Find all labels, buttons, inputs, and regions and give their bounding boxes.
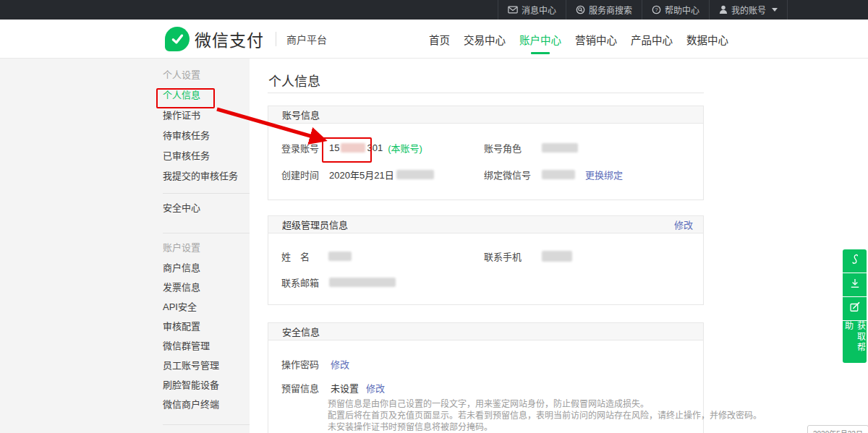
login-account-label: 登录账号	[281, 141, 319, 155]
sidebar-item-pending-review-tasks[interactable]: 待审核任务	[163, 126, 250, 146]
login-account-suffix: 301	[367, 142, 383, 153]
portal-name: 商户平台	[286, 32, 327, 46]
svg-text:?: ?	[655, 7, 658, 13]
account-info-section: 账号信息 登录账号 15 301 (本账号) 账号角色 创建时间 2020年5月…	[268, 106, 704, 200]
reserved-help-line: 配置后将在首页及充值页面显示。若未看到预留信息，表明当前访问的网站存在风险，请终…	[328, 410, 762, 421]
sidebar-item-my-submitted-tasks[interactable]: 我提交的审核任务	[163, 166, 250, 187]
operation-password-label: 操作密码	[281, 357, 319, 371]
hotline-icon	[848, 253, 861, 269]
topbar-help-center[interactable]: ? 帮助中心	[642, 0, 709, 20]
topbar-item-label: 帮助中心	[665, 4, 699, 16]
super-admin-section: 超级管理员信息 修改 姓 名 联系手机 联系邮箱	[268, 215, 704, 305]
floating-toolbar: 获取帮助	[843, 249, 867, 363]
sidebar-item-wechat-merchant-terminal[interactable]: 微信商户终端	[163, 395, 250, 414]
sidebar-divider	[163, 424, 250, 425]
account-role-row: 账号角色	[484, 141, 578, 155]
sidebar-item-operation-certificate[interactable]: 操作证书	[163, 106, 250, 126]
topbar-message-center[interactable]: 消息中心	[498, 0, 566, 20]
sidebar-divider	[163, 233, 250, 233]
download-button[interactable]	[843, 273, 867, 296]
admin-phone-row: 联系手机	[484, 249, 572, 263]
admin-phone-label: 联系手机	[484, 249, 522, 263]
account-info-section-header: 账号信息	[268, 106, 703, 124]
search-icon	[576, 5, 585, 14]
login-account-row: 登录账号	[281, 141, 319, 155]
created-time-label: 创建时间	[281, 168, 319, 181]
super-admin-section-header: 超级管理员信息 修改	[268, 216, 703, 233]
security-info-section: 安全信息 操作密码 修改 预留信息 未设置 修改 预留信息是由你自己设置的一段文…	[268, 322, 704, 433]
reserved-help-line: 预留信息是由你自己设置的一段文字，用来鉴定网站身份，防止假冒网站造成损失。	[328, 398, 649, 410]
topbar-item-label: 服务商搜索	[589, 4, 632, 16]
redacted-account-role	[542, 143, 578, 153]
reserved-edit-link[interactable]: 修改	[366, 381, 385, 395]
download-icon	[848, 277, 861, 293]
login-account-value: 15 301 (本账号)	[329, 141, 422, 155]
sidebar-item-reviewed-tasks[interactable]: 已审核任务	[163, 146, 250, 166]
reserved-info-status: 未设置	[331, 381, 359, 395]
account-role-label: 账号角色	[484, 141, 522, 155]
security-info-section-header: 安全信息	[268, 323, 703, 340]
redacted-admin-name	[328, 252, 352, 261]
nav-product-center[interactable]: 产品中心	[630, 20, 673, 59]
password-edit-link[interactable]: 修改	[331, 357, 349, 371]
utility-topbar: 消息中心 服务商搜索 ? 帮助中心 我的账号	[0, 0, 868, 20]
operation-password-row: 操作密码 修改	[281, 357, 349, 371]
sidebar-group-personal-settings: 个人设置	[163, 65, 250, 85]
nav-data-center[interactable]: 数据中心	[686, 20, 729, 59]
title-divider	[268, 93, 704, 93]
primary-nav: 首页 交易中心 账户中心 营销中心 产品中心 数据中心	[428, 20, 729, 59]
nav-account-center[interactable]: 账户中心	[519, 20, 562, 59]
admin-name-row: 姓 名	[281, 249, 352, 263]
rebind-link[interactable]: 更换绑定	[585, 168, 623, 181]
redacted-login-middle	[341, 143, 365, 153]
sidebar-item-wechat-group-management[interactable]: 微信群管理	[163, 336, 250, 356]
section-title: 超级管理员信息	[282, 218, 348, 231]
current-account-tag: (本账号)	[388, 141, 422, 155]
created-time-row: 创建时间 2020年5月21日	[281, 168, 434, 181]
nav-transaction-center[interactable]: 交易中心	[463, 20, 506, 59]
sidebar-item-review-config[interactable]: 审核配置	[163, 317, 250, 336]
reserved-info-label: 预留信息	[281, 381, 319, 395]
page-title: 个人信息	[268, 71, 320, 90]
admin-name-label: 姓 名	[281, 249, 310, 263]
sidebar-item-invoice-info[interactable]: 发票信息	[163, 278, 250, 297]
bound-wechat-label: 绑定微信号	[484, 168, 531, 181]
help-icon: ?	[652, 5, 661, 14]
sidebar-item-api-security[interactable]: API安全	[163, 297, 250, 317]
redacted-created-time	[396, 170, 434, 179]
nav-marketing-center[interactable]: 营销中心	[574, 20, 618, 59]
login-account-prefix: 15	[329, 142, 339, 153]
brand-header: 微信支付 商户平台 首页 交易中心 账户中心 营销中心 产品中心 数据中心	[0, 20, 868, 59]
redacted-admin-email	[329, 278, 396, 287]
topbar-item-label: 我的账号	[731, 4, 766, 16]
redacted-admin-phone	[542, 251, 572, 262]
sidebar-item-staff-account-management[interactable]: 员工账号管理	[163, 356, 250, 375]
sidebar-item-merchant-info[interactable]: 商户信息	[163, 258, 250, 278]
chevron-down-icon	[772, 8, 778, 12]
bound-wechat-row: 绑定微信号 更换绑定	[484, 168, 623, 181]
mail-icon	[508, 6, 518, 14]
hotline-button[interactable]	[843, 249, 867, 273]
topbar-provider-search[interactable]: 服务商搜索	[566, 0, 642, 20]
sidebar-divider	[163, 193, 250, 194]
brand-name: 微信支付	[195, 27, 264, 51]
reserved-info-row: 预留信息 未设置 修改	[281, 381, 385, 395]
get-help-button[interactable]: 获取帮助	[843, 321, 867, 363]
topbar-spacer	[787, 0, 868, 20]
feedback-button[interactable]	[843, 297, 867, 320]
sidebar-item-security-center[interactable]: 安全中心	[163, 198, 250, 218]
sidebar-item-face-smart-devices[interactable]: 刷脸智能设备	[163, 375, 250, 395]
admin-edit-link[interactable]: 修改	[674, 218, 693, 231]
nav-home[interactable]: 首页	[428, 20, 451, 59]
wechat-pay-logo-icon	[165, 27, 190, 51]
topbar-my-account[interactable]: 我的账号	[709, 0, 787, 20]
date-tooltip: 2020年5月22日	[807, 425, 868, 433]
sidebar-item-personal-info[interactable]: 个人信息	[163, 85, 250, 106]
brand: 微信支付 商户平台	[165, 20, 327, 59]
merchant-platform-page: 消息中心 服务商搜索 ? 帮助中心 我的账号	[0, 0, 868, 433]
brand-divider	[276, 32, 276, 46]
admin-email-row: 联系邮箱	[281, 275, 396, 289]
section-title: 账号信息	[282, 108, 320, 121]
created-time-value: 2020年5月21日	[329, 168, 394, 181]
redacted-wechat-id	[542, 170, 575, 179]
